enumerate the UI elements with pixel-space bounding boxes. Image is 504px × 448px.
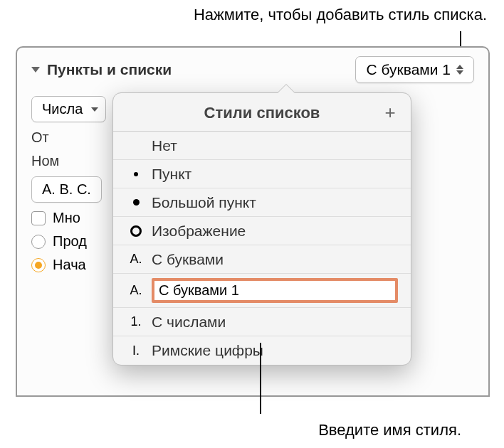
- indent-label: От: [31, 129, 49, 146]
- marker-letter: A.: [123, 252, 149, 267]
- multi-label: Мно: [53, 210, 80, 226]
- style-label: С буквами: [152, 251, 398, 268]
- updown-stepper-icon: [456, 65, 463, 75]
- start-label: Нача: [53, 257, 86, 273]
- section-header: Пункты и списки С буквами 1: [17, 48, 488, 89]
- style-row-roman[interactable]: I. Римские цифры: [113, 336, 411, 365]
- list-style-dropdown[interactable]: С буквами 1: [355, 56, 474, 83]
- checkbox-icon: [31, 211, 46, 225]
- chevron-down-icon[interactable]: [31, 67, 40, 73]
- style-row-none[interactable]: Нет: [113, 132, 411, 160]
- style-row-letters[interactable]: A. С буквами: [113, 245, 411, 274]
- style-label: Римские цифры: [152, 342, 398, 359]
- callout-add-style: Нажмите, чтобы добавить стиль списка.: [194, 6, 487, 24]
- style-label: Нет: [152, 137, 398, 154]
- list-style-dropdown-label: С буквами 1: [366, 61, 451, 78]
- radio-checked-icon: [31, 258, 46, 272]
- style-row-bullet[interactable]: Пункт: [113, 160, 411, 188]
- style-row-image[interactable]: Изображение: [113, 217, 411, 245]
- bigdot-icon: [123, 199, 149, 206]
- marker-number: 1.: [123, 314, 149, 329]
- popover-title: Стили списков: [143, 104, 381, 122]
- add-style-button[interactable]: +: [381, 102, 399, 124]
- callout-enter-name: Введите имя стиля.: [318, 421, 461, 439]
- style-row-numbers[interactable]: 1. С числами: [113, 308, 411, 336]
- popover-list: Нет Пункт Большой пункт Изображение A. С…: [113, 132, 411, 365]
- dot-icon: [123, 172, 149, 176]
- style-label: С числами: [152, 314, 398, 331]
- number-label: Ном: [31, 153, 59, 169]
- radio-icon: [31, 235, 46, 249]
- callout-line-bottom: [260, 343, 261, 414]
- marker-roman: I.: [123, 343, 149, 358]
- style-name-input[interactable]: [152, 278, 398, 303]
- popover-header: Стили списков +: [113, 93, 411, 132]
- style-row-big-bullet[interactable]: Большой пункт: [113, 188, 411, 217]
- section-title: Пункты и списки: [47, 61, 172, 78]
- style-label: Изображение: [152, 223, 398, 240]
- style-label: Пункт: [152, 166, 398, 183]
- list-styles-popover: Стили списков + Нет Пункт Большой пункт …: [112, 92, 411, 366]
- continue-label: Прод: [53, 233, 87, 250]
- numbers-select[interactable]: Числа: [31, 96, 106, 122]
- style-row-letters-1-editing[interactable]: A.: [113, 274, 411, 308]
- marker-letter: A.: [123, 283, 149, 298]
- ring-icon: [123, 225, 149, 237]
- style-label: Большой пункт: [152, 194, 398, 211]
- numbering-example-select[interactable]: A. B. C.: [31, 176, 102, 203]
